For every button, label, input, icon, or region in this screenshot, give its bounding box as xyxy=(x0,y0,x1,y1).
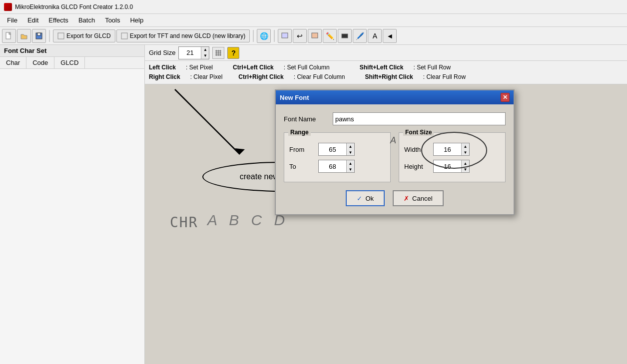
shift-right-key: Shift+Right Click xyxy=(365,72,413,82)
shift-left-key: Shift+Left Click xyxy=(360,63,404,72)
left-panel: Font Char Set Char Code GLCD xyxy=(0,45,145,364)
menu-file[interactable]: File xyxy=(2,15,22,25)
height-spinners: ▲ ▼ xyxy=(461,160,469,172)
separator-1 xyxy=(49,30,50,42)
width-label: Width xyxy=(404,146,429,153)
cancel-button[interactable]: ✗ Cancel xyxy=(393,190,443,206)
dialog-buttons: ✓ Ok ✗ Cancel xyxy=(284,190,506,206)
svg-rect-4 xyxy=(121,33,127,39)
font-name-row: Font Name xyxy=(284,112,506,125)
to-down[interactable]: ▼ xyxy=(346,166,354,172)
main-layout: Font Char Set Char Code GLCD Grid Size ▲… xyxy=(0,45,627,364)
tool-btn-7[interactable]: A xyxy=(368,29,382,43)
svg-marker-15 xyxy=(235,148,245,154)
width-down[interactable]: ▼ xyxy=(461,149,469,155)
width-up[interactable]: ▲ xyxy=(461,143,469,149)
from-down[interactable]: ▼ xyxy=(346,149,354,155)
dialog-body: Font Name Range From xyxy=(276,104,514,214)
tool-btn-1[interactable] xyxy=(278,29,292,43)
grid-size-spinners: ▲ ▼ xyxy=(201,47,209,59)
left-panel-tabs: Char Code GLCD xyxy=(0,57,144,69)
tab-code[interactable]: Code xyxy=(26,57,54,68)
from-input-container: ▲ ▼ xyxy=(318,143,355,156)
menu-edit[interactable]: Edit xyxy=(22,15,43,25)
separator-3 xyxy=(274,30,275,42)
font-name-label: Font Name xyxy=(284,115,329,123)
height-down[interactable]: ▼ xyxy=(461,166,469,172)
grid-size-field: ▲ ▼ xyxy=(178,46,209,59)
grid-size-up[interactable]: ▲ xyxy=(201,47,209,53)
svg-rect-7 xyxy=(342,34,348,38)
save-button[interactable] xyxy=(32,29,46,43)
help-button[interactable]: ? xyxy=(227,47,239,59)
from-label: From xyxy=(289,146,314,153)
ctrl-right-desc: : Clear Full Column xyxy=(294,72,345,82)
height-field: Height ▲ ▼ xyxy=(404,160,500,173)
from-field: From ▲ ▼ xyxy=(289,143,385,156)
font-size-section: Font Size Width ▲ ▼ xyxy=(399,132,506,182)
canvas-area[interactable]: create new from scratch CHR A B C D New … xyxy=(145,84,627,364)
tab-glcd[interactable]: GLCD xyxy=(54,57,85,68)
width-input-container: ▲ ▼ xyxy=(433,143,470,156)
from-input[interactable] xyxy=(319,143,346,155)
shift-right-desc: : Clear Full Row xyxy=(423,72,466,82)
tab-char[interactable]: Char xyxy=(0,57,26,68)
range-section-title: Range xyxy=(288,129,311,136)
ctrl-left-key: Ctrl+Left Click xyxy=(233,63,274,72)
tool-btn-3[interactable] xyxy=(308,29,322,43)
tool-btn-4[interactable]: ✏️ xyxy=(323,29,337,43)
font-char-set-header: Font Char Set xyxy=(0,45,144,57)
grid-size-down[interactable]: ▼ xyxy=(201,53,209,59)
dialog-close-button[interactable]: ✕ xyxy=(501,93,510,102)
dialog-title: New Font xyxy=(280,94,309,101)
to-input[interactable] xyxy=(319,160,346,172)
to-spinners: ▲ ▼ xyxy=(346,160,354,172)
to-input-container: ▲ ▼ xyxy=(318,160,355,173)
right-click-key: Right Click xyxy=(149,72,180,82)
from-up[interactable]: ▲ xyxy=(346,143,354,149)
export-glcd-button[interactable]: Export for GLCD xyxy=(53,29,115,42)
range-annotation-a: A xyxy=(390,135,396,146)
font-name-input[interactable] xyxy=(333,112,506,125)
shift-left-desc: : Set Full Row xyxy=(413,63,451,72)
to-up[interactable]: ▲ xyxy=(346,160,354,166)
svg-rect-6 xyxy=(312,33,318,38)
export-tft-button[interactable]: Export for TFT and new GLCD (new library… xyxy=(116,29,250,42)
menu-tools[interactable]: Tools xyxy=(100,15,125,25)
font-size-section-title: Font Size xyxy=(403,129,434,136)
svg-rect-5 xyxy=(282,33,288,38)
cancel-icon: ✗ xyxy=(404,195,409,202)
to-label: To xyxy=(289,163,314,170)
range-section: Range From ▲ ▼ xyxy=(284,132,391,182)
tool-btn-6[interactable]: 🖊️ xyxy=(353,29,367,43)
width-input[interactable] xyxy=(434,143,461,155)
menu-batch[interactable]: Batch xyxy=(73,15,100,25)
instructions-bar: Left Click : Set Pixel Ctrl+Left Click :… xyxy=(145,61,627,84)
left-click-desc: : Set Pixel xyxy=(186,63,213,72)
menu-help[interactable]: Help xyxy=(125,15,148,25)
menu-effects[interactable]: Effects xyxy=(43,15,73,25)
grid-size-bar: Grid Size ▲ ▼ ? xyxy=(145,45,627,61)
grid-size-input[interactable] xyxy=(179,47,201,59)
ok-button[interactable]: ✓ Ok xyxy=(346,190,385,206)
new-font-dialog: New Font ✕ Font Name xyxy=(275,89,515,215)
grid-size-label: Grid Size xyxy=(149,49,175,56)
height-input-container: ▲ ▼ xyxy=(433,160,470,173)
new-button[interactable] xyxy=(2,29,16,43)
titlebar: MikroElektronika GLCD Font Creator 1.2.0… xyxy=(0,0,627,14)
dialog-sections: Range From ▲ ▼ xyxy=(284,132,506,182)
separator-2 xyxy=(253,30,254,42)
app-title: MikroElektronika GLCD Font Creator 1.2.0… xyxy=(15,3,133,10)
open-button[interactable] xyxy=(17,29,31,43)
tool-btn-2[interactable]: ↩ xyxy=(293,29,307,43)
height-up[interactable]: ▲ xyxy=(461,160,469,166)
height-input[interactable] xyxy=(434,160,461,172)
cancel-label: Cancel xyxy=(412,195,432,202)
tool-btn-8[interactable]: ◄ xyxy=(383,29,397,43)
tool-btn-5[interactable] xyxy=(338,29,352,43)
grid-toggle-button[interactable] xyxy=(212,47,224,59)
globe-button[interactable]: 🌐 xyxy=(257,29,271,43)
to-field: To ▲ ▼ xyxy=(289,160,385,173)
right-click-desc: : Clear Pixel xyxy=(190,72,223,82)
svg-rect-2 xyxy=(37,33,40,35)
